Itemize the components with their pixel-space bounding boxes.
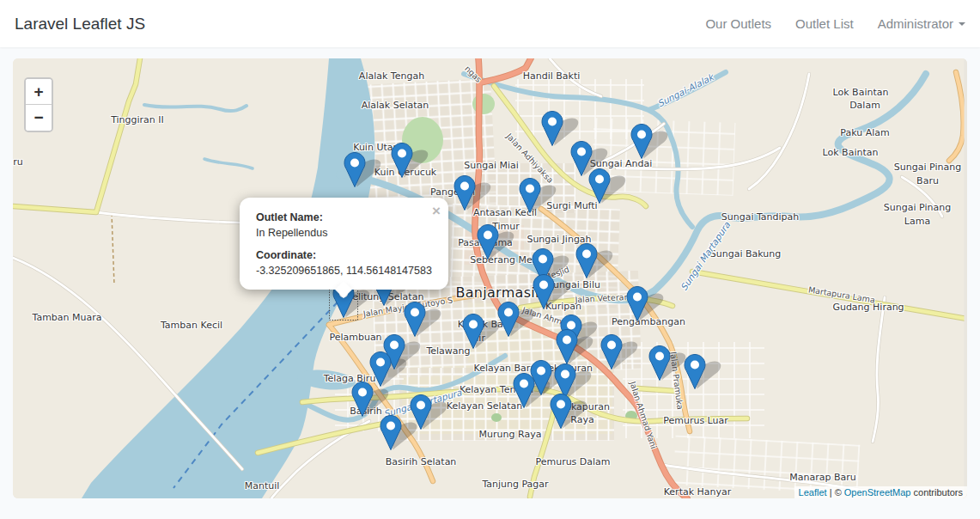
popup-name-value: In Repellendus — [256, 225, 432, 241]
navbar: Laravel Leaflet JS Our Outlets Outlet Li… — [0, 0, 980, 47]
zoom-control: + − — [24, 77, 53, 132]
app-brand[interactable]: Laravel Leaflet JS — [15, 15, 145, 34]
zoom-in-button[interactable]: + — [26, 79, 52, 105]
nav-dropdown-administrator[interactable]: Administrator — [878, 16, 965, 31]
nav-link-outlet-list[interactable]: Outlet List — [795, 16, 854, 31]
popup-coordinate-value: -3.325209651865, 114.56148147583 — [256, 263, 432, 278]
map-canvas[interactable]: Alalak TengahHandil BaktiAlalak SelatanL… — [13, 58, 967, 498]
nav-link-our-outlets[interactable]: Our Outlets — [705, 16, 771, 31]
popup-close-button[interactable]: × — [432, 201, 441, 223]
popup-name-label: Outlet Name: — [256, 210, 432, 225]
map-popup: × Outlet Name: In Repellendus Coordinate… — [240, 198, 448, 290]
attribution-copyright: © — [835, 487, 842, 498]
osm-link[interactable]: OpenStreetMap — [844, 487, 911, 498]
attribution-divider: | — [830, 487, 832, 498]
zoom-out-button[interactable]: − — [26, 105, 52, 131]
nav-dropdown-label: Administrator — [878, 16, 953, 31]
popup-coordinate-label: Coordinate: — [256, 247, 432, 263]
leaflet-link[interactable]: Leaflet — [799, 487, 827, 498]
map-attribution: Leaflet | © OpenStreetMap contributors — [794, 486, 967, 498]
chevron-down-icon — [959, 22, 965, 26]
attribution-suffix: contributors — [914, 487, 963, 498]
map-markers-layer — [13, 58, 967, 498]
navbar-links: Our Outlets Outlet List Administrator — [705, 16, 965, 31]
